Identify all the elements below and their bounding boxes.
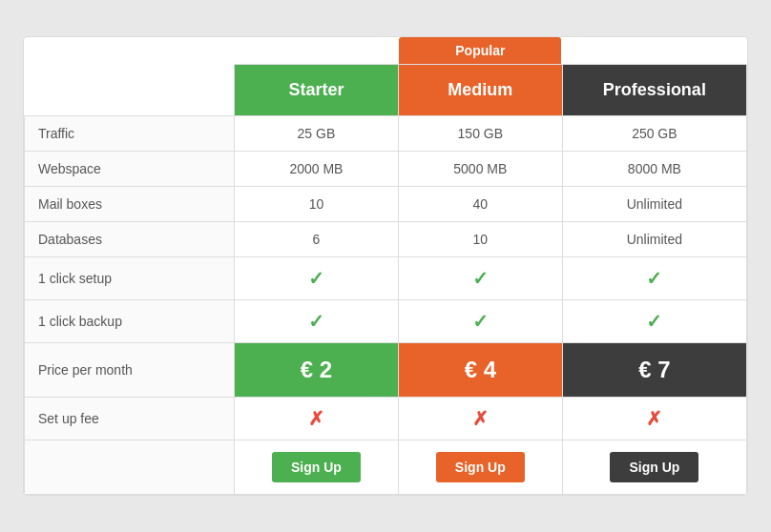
x-starter: ✗ (308, 408, 324, 429)
setup-fee-label: Set up fee (25, 398, 235, 440)
feature-starter: ✓ (235, 257, 399, 300)
professional-header: Professional (562, 65, 746, 116)
check-starter: ✓ (308, 311, 324, 332)
feature-starter: ✓ (235, 300, 399, 343)
signup-professional-cell: Sign Up (562, 440, 746, 495)
feature-professional: Unlimited (562, 187, 746, 222)
professional-price: € 7 (562, 343, 746, 398)
signup-medium-button[interactable]: Sign Up (436, 452, 525, 482)
feature-starter: 10 (235, 187, 399, 222)
feature-starter: 2000 MB (235, 152, 399, 187)
feature-starter: 25 GB (235, 116, 399, 152)
feature-label: Mail boxes (25, 187, 235, 222)
feature-starter: 6 (235, 222, 399, 257)
signup-empty (25, 440, 235, 495)
feature-medium: 40 (398, 187, 562, 222)
feature-professional: 250 GB (562, 116, 746, 152)
signup-starter-button[interactable]: Sign Up (272, 452, 361, 482)
feature-label: 1 click setup (25, 257, 235, 300)
feature-row: Webspace2000 MB5000 MB8000 MB (25, 152, 747, 187)
signup-row: Sign Up Sign Up Sign Up (25, 440, 747, 495)
medium-price: € 4 (398, 343, 562, 398)
check-starter: ✓ (308, 268, 324, 289)
feature-professional: 8000 MB (562, 152, 746, 187)
feature-label: 1 click backup (25, 300, 235, 343)
x-professional: ✗ (646, 408, 662, 429)
empty-cell-popular (25, 37, 235, 65)
feature-label: Databases (25, 222, 235, 257)
check-medium: ✓ (472, 311, 489, 332)
feature-row: 1 click setup✓✓✓ (25, 257, 747, 300)
feature-professional: Unlimited (562, 222, 746, 257)
feature-row: Mail boxes1040Unlimited (25, 187, 747, 222)
x-medium: ✗ (472, 408, 489, 429)
setup-fee-professional: ✗ (562, 398, 746, 440)
setup-fee-starter: ✗ (235, 398, 399, 440)
header-empty (25, 65, 235, 116)
feature-label: Webspace (25, 152, 235, 187)
signup-medium-cell: Sign Up (398, 440, 562, 495)
starter-price: € 2 (235, 343, 399, 398)
feature-medium: 150 GB (398, 116, 562, 152)
plan-header-row: Starter Medium Professional (25, 65, 747, 116)
price-row: Price per month € 2 € 4 € 7 (25, 343, 747, 398)
feature-medium: ✓ (398, 300, 562, 343)
feature-label: Traffic (25, 116, 235, 152)
popular-row: Popular (25, 37, 747, 65)
feature-medium: 10 (398, 222, 562, 257)
price-label: Price per month (25, 343, 235, 398)
pricing-table-container: Popular Starter Medium Professional Traf… (23, 36, 748, 496)
feature-professional: ✓ (562, 300, 746, 343)
setup-fee-medium: ✗ (398, 398, 562, 440)
signup-professional-button[interactable]: Sign Up (610, 452, 698, 482)
pricing-table: Popular Starter Medium Professional Traf… (24, 37, 747, 495)
feature-row: Databases610Unlimited (25, 222, 747, 257)
feature-row: 1 click backup✓✓✓ (25, 300, 747, 343)
feature-medium: ✓ (398, 257, 562, 300)
starter-header: Starter (235, 65, 399, 116)
starter-popular-empty (235, 37, 399, 65)
popular-badge: Popular (399, 37, 561, 64)
setup-fee-row: Set up fee ✗ ✗ ✗ (25, 398, 747, 440)
feature-medium: 5000 MB (398, 152, 562, 187)
professional-popular-empty (562, 37, 746, 65)
feature-row: Traffic25 GB150 GB250 GB (25, 116, 747, 152)
medium-popular-cell: Popular (398, 37, 562, 65)
feature-professional: ✓ (562, 257, 746, 300)
check-professional: ✓ (646, 268, 662, 289)
check-professional: ✓ (646, 311, 662, 332)
medium-header: Medium (398, 65, 562, 116)
signup-starter-cell: Sign Up (235, 440, 399, 495)
check-medium: ✓ (472, 268, 489, 289)
feature-rows: Traffic25 GB150 GB250 GBWebspace2000 MB5… (25, 116, 747, 343)
